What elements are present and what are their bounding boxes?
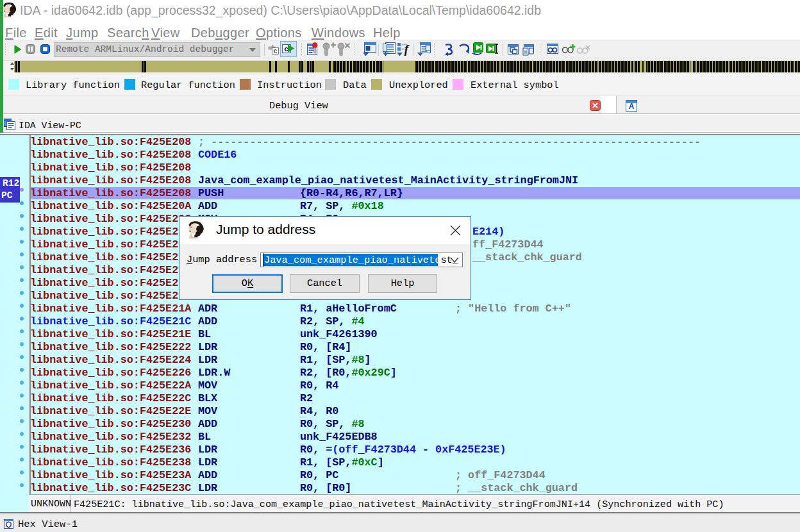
svg-text:c: c — [274, 47, 278, 54]
svg-text:A: A — [629, 102, 635, 111]
svg-text:f: f — [404, 42, 410, 56]
svg-text:c: c — [284, 45, 288, 53]
